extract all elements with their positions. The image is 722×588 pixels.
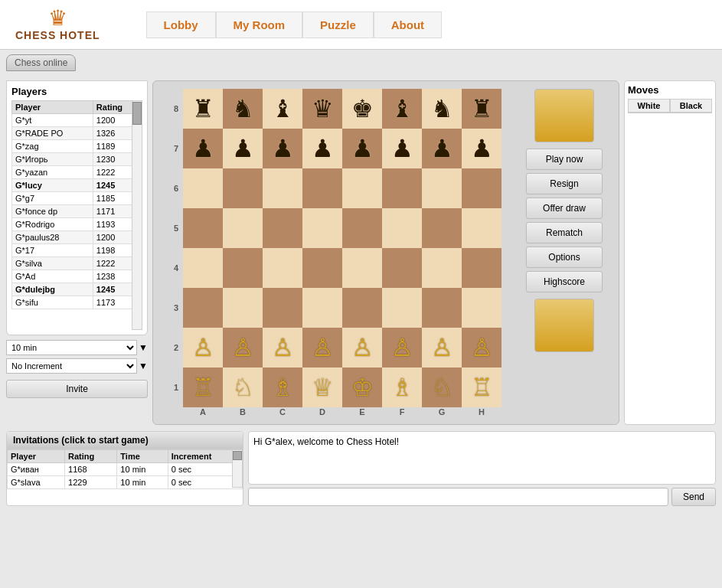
chess-cell[interactable]: [183, 288, 223, 328]
chess-cell[interactable]: [302, 168, 342, 208]
table-row[interactable]: G*yazan1222: [12, 166, 142, 179]
chess-cell[interactable]: [183, 208, 223, 248]
players-scrollbar[interactable]: [132, 100, 142, 330]
chess-cell[interactable]: ♗: [382, 368, 422, 407]
chess-cell[interactable]: ♙: [183, 328, 223, 368]
chess-cell[interactable]: [382, 248, 422, 288]
chess-cell[interactable]: [263, 208, 302, 248]
chess-cell[interactable]: [223, 248, 263, 288]
nav-puzzle[interactable]: Puzzle: [302, 11, 374, 38]
chess-cell[interactable]: [302, 248, 342, 288]
chess-cell[interactable]: ♙: [342, 328, 382, 368]
chess-cell[interactable]: [382, 288, 422, 328]
scrollbar-thumb[interactable]: [132, 102, 142, 125]
chess-cell[interactable]: ♞: [422, 89, 462, 129]
chess-cell[interactable]: ♞: [223, 89, 263, 129]
chess-cell[interactable]: ♜: [183, 89, 223, 129]
chess-cell[interactable]: [342, 248, 382, 288]
chess-cell[interactable]: ♙: [302, 328, 342, 368]
chess-cell[interactable]: [382, 168, 422, 208]
table-row[interactable]: G*Ad1238: [12, 270, 142, 283]
chess-cell[interactable]: ♗: [263, 368, 302, 407]
send-button[interactable]: Send: [671, 488, 716, 506]
chess-cell[interactable]: [462, 168, 501, 208]
chess-cell[interactable]: ♟: [302, 129, 342, 168]
chess-cell[interactable]: [302, 208, 342, 248]
table-row[interactable]: G*yt1200: [12, 114, 142, 127]
table-row[interactable]: G*fonce dp1171: [12, 205, 142, 218]
chess-cell[interactable]: ♙: [382, 328, 422, 368]
chat-input[interactable]: [248, 488, 668, 506]
chess-cell[interactable]: ♟: [422, 129, 462, 168]
options-button[interactable]: Options: [526, 247, 603, 268]
chess-cell[interactable]: ♝: [263, 89, 302, 129]
chess-cell[interactable]: [183, 168, 223, 208]
chess-cell[interactable]: [342, 288, 382, 328]
chess-cell[interactable]: ♛: [302, 89, 342, 129]
chess-cell[interactable]: [422, 288, 462, 328]
chess-cell[interactable]: [302, 288, 342, 328]
table-row[interactable]: G*RADE PO1326: [12, 127, 142, 140]
table-row[interactable]: G*dulejbg1245: [12, 283, 142, 296]
chess-cell[interactable]: ♟: [342, 129, 382, 168]
chess-cell[interactable]: [263, 248, 302, 288]
rematch-button[interactable]: Rematch: [526, 222, 603, 243]
nav-myroom[interactable]: My Room: [216, 11, 303, 38]
chess-cell[interactable]: [263, 168, 302, 208]
chess-cell[interactable]: ♘: [422, 368, 462, 407]
chess-cell[interactable]: [462, 208, 501, 248]
chess-cell[interactable]: ♝: [382, 89, 422, 129]
table-row[interactable]: G*sifu1173: [12, 296, 142, 309]
inv-scrollbar-thumb[interactable]: [233, 451, 242, 460]
chess-cell[interactable]: ♔: [342, 368, 382, 407]
chess-cell[interactable]: ♖: [183, 368, 223, 407]
chess-cell[interactable]: [223, 208, 263, 248]
chess-cell[interactable]: ♟: [183, 129, 223, 168]
nav-lobby[interactable]: Lobby: [146, 11, 216, 38]
invite-button[interactable]: Invite: [6, 380, 148, 398]
chess-cell[interactable]: [422, 168, 462, 208]
table-row[interactable]: G*171198: [12, 244, 142, 257]
chess-cell[interactable]: [422, 208, 462, 248]
chess-cell[interactable]: ♙: [462, 328, 501, 368]
chess-cell[interactable]: [342, 168, 382, 208]
chess-cell[interactable]: ♚: [342, 89, 382, 129]
chess-cell[interactable]: [223, 288, 263, 328]
chess-cell[interactable]: ♜: [462, 89, 501, 129]
play-now-button[interactable]: Play now: [526, 149, 603, 170]
table-row[interactable]: G*zag1189: [12, 140, 142, 153]
nav-about[interactable]: About: [374, 11, 442, 38]
table-row[interactable]: G*silva1222: [12, 257, 142, 270]
chess-cell[interactable]: [223, 168, 263, 208]
chess-cell[interactable]: ♖: [462, 368, 501, 407]
highscore-button[interactable]: Highscore: [526, 271, 603, 292]
increment-select[interactable]: No Increment 1 sec 2 sec 5 sec: [6, 358, 137, 374]
inv-scrollbar[interactable]: [232, 449, 243, 488]
table-row[interactable]: G*g71185: [12, 192, 142, 205]
chess-cell[interactable]: [183, 248, 223, 288]
table-row[interactable]: G*lucy1245: [12, 179, 142, 192]
table-row[interactable]: G*Игорь1230: [12, 153, 142, 166]
chess-cell[interactable]: ♟: [223, 129, 263, 168]
chess-cell[interactable]: ♕: [302, 368, 342, 407]
chess-cell[interactable]: ♟: [462, 129, 501, 168]
chess-cell[interactable]: ♘: [223, 368, 263, 407]
table-row[interactable]: G*Rodrigo1193: [12, 218, 142, 231]
list-item[interactable]: G*slava122910 min0 sec: [8, 476, 243, 489]
resign-button[interactable]: Resign: [526, 173, 603, 194]
chess-cell[interactable]: [462, 248, 501, 288]
time-select[interactable]: 10 min 5 min 15 min 30 min: [6, 340, 137, 355]
chess-cell[interactable]: [462, 288, 501, 328]
chess-cell[interactable]: ♙: [263, 328, 302, 368]
list-item[interactable]: G*иван116810 min0 sec: [8, 463, 243, 476]
chess-cell[interactable]: [382, 208, 422, 248]
chess-cell[interactable]: ♙: [223, 328, 263, 368]
chess-cell[interactable]: [422, 248, 462, 288]
chess-cell[interactable]: ♙: [422, 328, 462, 368]
chess-cell[interactable]: ♟: [382, 129, 422, 168]
invitations-title[interactable]: Invitations (click to start game): [7, 432, 243, 449]
chess-cell[interactable]: [263, 288, 302, 328]
table-row[interactable]: G*paulus281200: [12, 231, 142, 244]
chess-cell[interactable]: [342, 208, 382, 248]
offer-draw-button[interactable]: Offer draw: [526, 198, 603, 219]
